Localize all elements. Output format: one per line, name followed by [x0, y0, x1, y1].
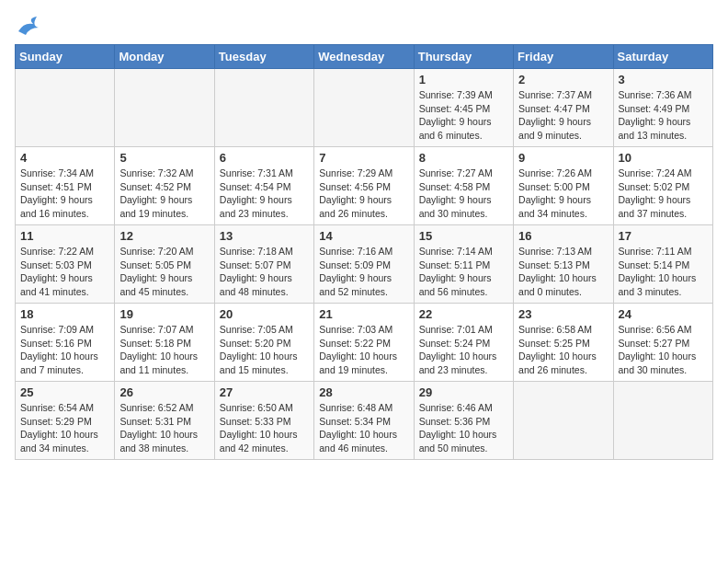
day-info: Sunrise: 7:24 AM Sunset: 5:02 PM Dayligh… — [619, 167, 708, 221]
day-cell: 28Sunrise: 6:48 AM Sunset: 5:34 PM Dayli… — [314, 382, 414, 460]
day-cell: 6Sunrise: 7:31 AM Sunset: 4:54 PM Daylig… — [214, 147, 313, 225]
day-number: 7 — [319, 151, 408, 165]
day-cell: 24Sunrise: 6:56 AM Sunset: 5:27 PM Dayli… — [613, 304, 712, 382]
day-number: 28 — [319, 385, 408, 399]
day-number: 10 — [619, 151, 708, 165]
day-info: Sunrise: 6:48 AM Sunset: 5:34 PM Dayligh… — [319, 401, 408, 455]
day-cell: 23Sunrise: 6:58 AM Sunset: 5:25 PM Dayli… — [514, 304, 613, 382]
day-cell: 11Sunrise: 7:22 AM Sunset: 5:03 PM Dayli… — [16, 225, 115, 304]
day-number: 13 — [220, 229, 309, 243]
day-info: Sunrise: 7:39 AM Sunset: 4:45 PM Dayligh… — [419, 88, 508, 143]
day-cell: 12Sunrise: 7:20 AM Sunset: 5:05 PM Dayli… — [115, 225, 214, 304]
day-number: 15 — [419, 229, 508, 243]
calendar-table: SundayMondayTuesdayWednesdayThursdayFrid… — [15, 44, 713, 460]
day-number: 20 — [220, 307, 309, 321]
day-number: 5 — [119, 151, 209, 165]
day-cell: 19Sunrise: 7:07 AM Sunset: 5:18 PM Dayli… — [115, 304, 214, 382]
day-info: Sunrise: 6:54 AM Sunset: 5:29 PM Dayligh… — [20, 401, 109, 455]
day-cell — [214, 69, 313, 147]
day-cell: 13Sunrise: 7:18 AM Sunset: 5:07 PM Dayli… — [214, 225, 313, 304]
day-number: 14 — [319, 229, 408, 243]
day-cell: 16Sunrise: 7:13 AM Sunset: 5:13 PM Dayli… — [514, 225, 613, 304]
day-cell: 7Sunrise: 7:29 AM Sunset: 4:56 PM Daylig… — [314, 147, 414, 225]
day-cell — [314, 69, 414, 147]
day-cell: 1Sunrise: 7:39 AM Sunset: 4:45 PM Daylig… — [414, 69, 513, 147]
day-number: 6 — [220, 151, 309, 165]
day-cell: 25Sunrise: 6:54 AM Sunset: 5:29 PM Dayli… — [16, 382, 115, 460]
day-cell: 26Sunrise: 6:52 AM Sunset: 5:31 PM Dayli… — [115, 382, 214, 460]
day-info: Sunrise: 7:11 AM Sunset: 5:14 PM Dayligh… — [619, 245, 708, 299]
day-number: 25 — [20, 385, 109, 399]
day-info: Sunrise: 7:26 AM Sunset: 5:00 PM Dayligh… — [518, 167, 608, 221]
day-number: 22 — [419, 307, 508, 321]
day-info: Sunrise: 7:01 AM Sunset: 5:24 PM Dayligh… — [419, 323, 508, 377]
day-info: Sunrise: 7:32 AM Sunset: 4:52 PM Dayligh… — [119, 167, 209, 221]
day-cell: 17Sunrise: 7:11 AM Sunset: 5:14 PM Dayli… — [613, 225, 712, 304]
day-info: Sunrise: 6:56 AM Sunset: 5:27 PM Dayligh… — [619, 323, 708, 377]
day-cell — [613, 382, 712, 460]
day-cell: 18Sunrise: 7:09 AM Sunset: 5:16 PM Dayli… — [16, 304, 115, 382]
day-cell: 8Sunrise: 7:27 AM Sunset: 4:58 PM Daylig… — [414, 147, 513, 225]
week-row-4: 18Sunrise: 7:09 AM Sunset: 5:16 PM Dayli… — [16, 304, 713, 382]
day-cell: 10Sunrise: 7:24 AM Sunset: 5:02 PM Dayli… — [613, 147, 712, 225]
weekday-header-sunday: Sunday — [16, 45, 115, 69]
day-info: Sunrise: 6:46 AM Sunset: 5:36 PM Dayligh… — [419, 401, 508, 455]
day-number: 12 — [119, 229, 209, 243]
day-number: 26 — [119, 385, 209, 399]
day-cell: 20Sunrise: 7:05 AM Sunset: 5:20 PM Dayli… — [214, 304, 313, 382]
day-info: Sunrise: 7:09 AM Sunset: 5:16 PM Dayligh… — [20, 323, 109, 377]
day-number: 4 — [20, 151, 109, 165]
day-number: 1 — [419, 73, 508, 86]
day-info: Sunrise: 7:31 AM Sunset: 4:54 PM Dayligh… — [220, 167, 309, 221]
day-cell: 14Sunrise: 7:16 AM Sunset: 5:09 PM Dayli… — [314, 225, 414, 304]
day-info: Sunrise: 6:58 AM Sunset: 5:25 PM Dayligh… — [518, 323, 608, 377]
day-number: 19 — [119, 307, 209, 321]
day-number: 18 — [20, 307, 109, 321]
logo-icon — [15, 15, 42, 37]
day-number: 17 — [619, 229, 708, 243]
logo — [15, 15, 46, 37]
day-info: Sunrise: 7:29 AM Sunset: 4:56 PM Dayligh… — [319, 167, 408, 221]
day-cell: 15Sunrise: 7:14 AM Sunset: 5:11 PM Dayli… — [414, 225, 513, 304]
day-info: Sunrise: 7:05 AM Sunset: 5:20 PM Dayligh… — [220, 323, 309, 377]
weekday-header-friday: Friday — [514, 45, 613, 69]
day-number: 29 — [419, 385, 508, 399]
day-cell — [16, 69, 115, 147]
week-row-3: 11Sunrise: 7:22 AM Sunset: 5:03 PM Dayli… — [16, 225, 713, 304]
day-cell: 29Sunrise: 6:46 AM Sunset: 5:36 PM Dayli… — [414, 382, 513, 460]
day-info: Sunrise: 6:52 AM Sunset: 5:31 PM Dayligh… — [119, 401, 209, 455]
day-cell: 9Sunrise: 7:26 AM Sunset: 5:00 PM Daylig… — [514, 147, 613, 225]
day-cell: 4Sunrise: 7:34 AM Sunset: 4:51 PM Daylig… — [16, 147, 115, 225]
day-number: 23 — [518, 307, 608, 321]
day-number: 21 — [319, 307, 408, 321]
day-number: 27 — [220, 385, 309, 399]
day-cell: 21Sunrise: 7:03 AM Sunset: 5:22 PM Dayli… — [314, 304, 414, 382]
day-cell: 5Sunrise: 7:32 AM Sunset: 4:52 PM Daylig… — [115, 147, 214, 225]
day-number: 16 — [518, 229, 608, 243]
weekday-header-thursday: Thursday — [414, 45, 513, 69]
day-number: 2 — [518, 73, 608, 86]
day-info: Sunrise: 7:22 AM Sunset: 5:03 PM Dayligh… — [20, 245, 109, 299]
day-info: Sunrise: 7:03 AM Sunset: 5:22 PM Dayligh… — [319, 323, 408, 377]
week-row-5: 25Sunrise: 6:54 AM Sunset: 5:29 PM Dayli… — [16, 382, 713, 460]
day-cell: 22Sunrise: 7:01 AM Sunset: 5:24 PM Dayli… — [414, 304, 513, 382]
day-number: 9 — [518, 151, 608, 165]
day-info: Sunrise: 7:20 AM Sunset: 5:05 PM Dayligh… — [119, 245, 209, 299]
header — [15, 15, 713, 37]
day-cell — [115, 69, 214, 147]
day-number: 8 — [419, 151, 508, 165]
day-info: Sunrise: 7:18 AM Sunset: 5:07 PM Dayligh… — [220, 245, 309, 299]
day-info: Sunrise: 7:36 AM Sunset: 4:49 PM Dayligh… — [619, 88, 708, 143]
week-row-2: 4Sunrise: 7:34 AM Sunset: 4:51 PM Daylig… — [16, 147, 713, 225]
day-info: Sunrise: 7:37 AM Sunset: 4:47 PM Dayligh… — [518, 88, 608, 143]
weekday-header-wednesday: Wednesday — [314, 45, 414, 69]
day-cell — [514, 382, 613, 460]
day-cell: 3Sunrise: 7:36 AM Sunset: 4:49 PM Daylig… — [613, 69, 712, 147]
day-info: Sunrise: 7:13 AM Sunset: 5:13 PM Dayligh… — [518, 245, 608, 299]
day-info: Sunrise: 7:14 AM Sunset: 5:11 PM Dayligh… — [419, 245, 508, 299]
week-row-1: 1Sunrise: 7:39 AM Sunset: 4:45 PM Daylig… — [16, 69, 713, 147]
weekday-header-saturday: Saturday — [613, 45, 712, 69]
day-info: Sunrise: 7:07 AM Sunset: 5:18 PM Dayligh… — [119, 323, 209, 377]
weekday-header-monday: Monday — [115, 45, 214, 69]
day-cell: 27Sunrise: 6:50 AM Sunset: 5:33 PM Dayli… — [214, 382, 313, 460]
